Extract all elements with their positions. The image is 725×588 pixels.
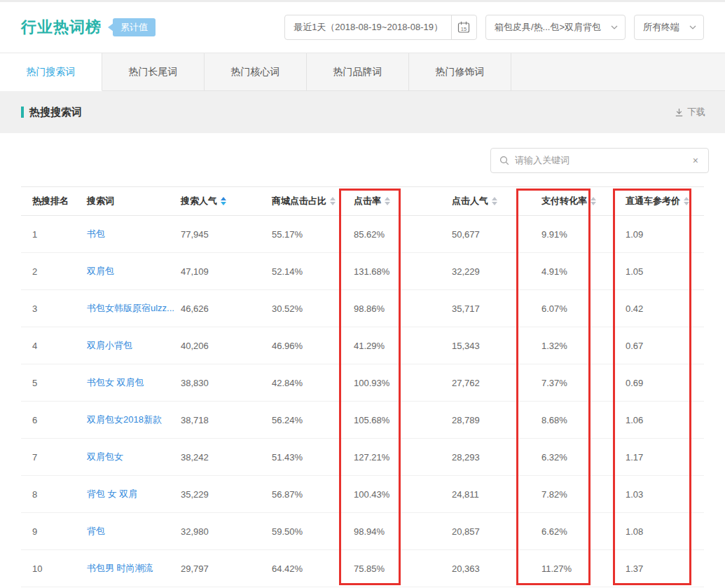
table-row: 8背包 女 双肩35,22956.87%100.43%24,8117.82%1.…: [21, 476, 704, 513]
table-row: 10书包男 时尚潮流29,79764.42%75.85%20,36311.27%…: [21, 550, 704, 587]
cell-keyword: 双肩小背包: [87, 339, 181, 352]
sort-icon[interactable]: [330, 197, 336, 205]
cell-pay-conversion: 9.91%: [541, 229, 626, 240]
tab-hot-core-words[interactable]: 热门核心词: [205, 53, 307, 91]
section-accent-bar: [21, 107, 24, 118]
cell-ztc-price: 1.05: [626, 266, 704, 277]
keyword-link[interactable]: 双肩包女2018新款: [87, 414, 162, 425]
cell-pay-conversion: 6.62%: [541, 526, 626, 537]
cell-keyword: 书包: [87, 228, 181, 240]
cell-pay-conversion: 7.82%: [541, 489, 626, 500]
cell-rank: 2: [21, 266, 87, 277]
cell-click-popularity: 20,857: [452, 526, 541, 537]
cell-click-popularity: 35,717: [452, 303, 541, 314]
tab-bar: 热门搜索词 热门长尾词 热门核心词 热门品牌词 热门修饰词: [0, 53, 725, 91]
tab-hot-search-words[interactable]: 热门搜索词: [0, 53, 102, 91]
cell-mall-click-share: 30.52%: [272, 303, 354, 314]
sort-icon[interactable]: [492, 197, 497, 205]
clear-search-icon[interactable]: ×: [691, 155, 700, 166]
column-header[interactable]: 搜索人气: [181, 195, 272, 207]
column-header-label: 商城点击占比: [272, 195, 326, 207]
header-controls: 最近1天（2018-08-19~2018-08-19） 15 箱包皮具/热...…: [284, 15, 704, 40]
column-header[interactable]: 点击率: [354, 195, 452, 207]
keyword-link[interactable]: 书包: [87, 228, 105, 239]
column-header-label: 直通车参考价: [626, 195, 680, 207]
cell-ctr: 98.94%: [354, 526, 452, 537]
sort-icon[interactable]: [385, 197, 390, 205]
cell-rank: 3: [21, 303, 87, 314]
cell-search-popularity: 32,980: [181, 526, 272, 537]
keyword-link[interactable]: 书包女 双肩包: [87, 377, 144, 388]
cell-click-popularity: 24,811: [452, 489, 541, 500]
keyword-link[interactable]: 双肩小背包: [87, 340, 132, 350]
cell-keyword: 书包女韩版原宿ulzz...: [87, 302, 181, 315]
keyword-link[interactable]: 双肩包: [87, 266, 114, 276]
column-header: 热搜排名: [21, 195, 87, 207]
table-row: 4双肩小背包40,20646.96%41.29%15,3431.32%0.67: [21, 327, 704, 364]
keyword-link[interactable]: 双肩包女: [87, 451, 123, 462]
cell-mall-click-share: 55.17%: [272, 229, 354, 240]
chevron-down-icon: [611, 25, 618, 29]
cell-mall-click-share: 56.87%: [272, 489, 354, 500]
sort-icon[interactable]: [221, 197, 226, 205]
cell-mall-click-share: 56.24%: [272, 415, 354, 425]
cell-ztc-price: 0.69: [626, 378, 704, 388]
cell-keyword: 双肩包女: [87, 451, 181, 463]
cell-mall-click-share: 52.14%: [272, 266, 354, 277]
keyword-link[interactable]: 背包 女 双肩: [87, 488, 137, 499]
cell-click-popularity: 27,762: [452, 378, 541, 388]
cell-search-popularity: 38,718: [181, 415, 272, 425]
terminal-dropdown[interactable]: 所有终端: [634, 15, 704, 40]
search-icon: [499, 156, 509, 165]
keyword-search-input[interactable]: 请输入关键词 ×: [490, 148, 709, 173]
cell-click-popularity: 15,343: [452, 341, 541, 351]
download-button[interactable]: 下载: [675, 106, 705, 118]
cell-search-popularity: 40,206: [181, 341, 272, 351]
cell-search-popularity: 29,797: [181, 563, 272, 574]
cell-mall-click-share: 46.96%: [272, 341, 354, 351]
section-title-group: 热搜搜索词: [21, 106, 82, 119]
tab-hot-longtail-words[interactable]: 热门长尾词: [102, 53, 205, 91]
cell-keyword: 双肩包: [87, 265, 181, 278]
chevron-down-icon: [689, 25, 696, 29]
cell-keyword: 背包 女 双肩: [87, 488, 181, 500]
cell-ztc-price: 0.67: [626, 341, 704, 351]
cell-ctr: 41.29%: [354, 341, 452, 351]
column-header[interactable]: 直通车参考价: [626, 195, 704, 207]
tab-hot-brand-words[interactable]: 热门品牌词: [307, 53, 409, 91]
cell-rank: 6: [21, 415, 87, 425]
cell-ztc-price: 1.37: [626, 563, 704, 574]
cell-search-popularity: 38,242: [181, 452, 272, 463]
date-range-picker[interactable]: 最近1天（2018-08-19~2018-08-19） 15: [284, 15, 477, 40]
cell-ztc-price: 0.42: [626, 303, 704, 314]
table-row: 1书包77,94555.17%85.62%50,6779.91%1.09: [21, 216, 704, 253]
sort-icon[interactable]: [684, 197, 689, 205]
column-header[interactable]: 点击人气: [452, 195, 541, 207]
cell-pay-conversion: 8.68%: [541, 415, 626, 425]
category-dropdown[interactable]: 箱包皮具/热...包>双肩背包: [485, 15, 626, 40]
column-header[interactable]: 支付转化率: [541, 195, 626, 207]
cell-click-popularity: 20,363: [452, 563, 541, 574]
cell-keyword: 书包男 时尚潮流: [87, 562, 181, 575]
cell-ctr: 100.43%: [354, 489, 452, 500]
svg-text:15: 15: [461, 26, 467, 32]
calendar-icon[interactable]: 15: [451, 15, 476, 39]
keyword-link[interactable]: 书包女韩版原宿ulzz...: [87, 303, 174, 313]
keyword-link[interactable]: 背包: [87, 526, 105, 536]
cell-search-popularity: 47,109: [181, 266, 272, 277]
cell-search-popularity: 35,229: [181, 489, 272, 500]
download-label: 下载: [687, 106, 705, 118]
cumulative-value-badge: 累计值: [113, 18, 156, 36]
sort-icon[interactable]: [591, 197, 596, 205]
title-group: 行业热词榜 累计值: [21, 17, 156, 38]
cell-click-popularity: 32,229: [452, 266, 541, 277]
tab-hot-modifier-words[interactable]: 热门修饰词: [409, 53, 511, 91]
cell-ctr: 127.21%: [354, 452, 452, 463]
column-header[interactable]: 商城点击占比: [272, 195, 354, 207]
keyword-link[interactable]: 书包男 时尚潮流: [87, 563, 153, 573]
page-title: 行业热词榜: [21, 17, 102, 38]
cell-ctr: 131.68%: [354, 266, 452, 277]
column-header-label: 热搜排名: [32, 195, 69, 207]
table-row: 2双肩包47,10952.14%131.68%32,2294.91%1.05: [21, 253, 704, 290]
cell-keyword: 书包女 双肩包: [87, 376, 181, 389]
